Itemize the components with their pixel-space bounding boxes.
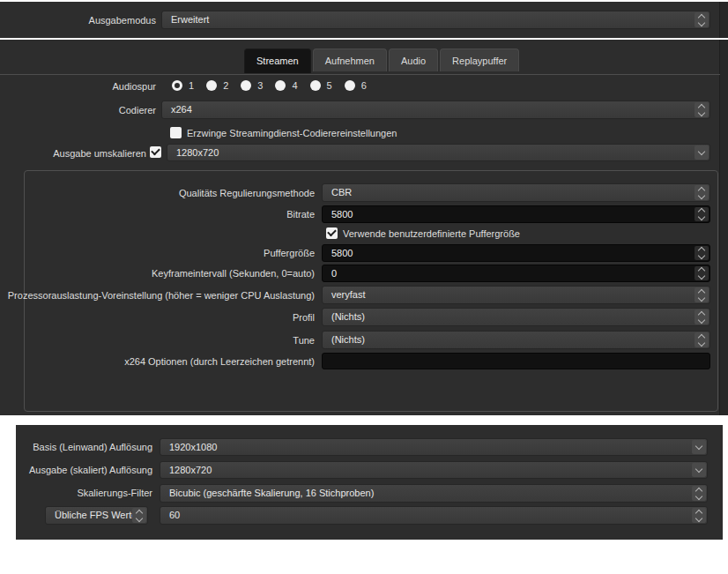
tune-label: Tune: [0, 335, 315, 346]
audio-track-option-6[interactable]: 6: [345, 80, 367, 91]
spinner-arrows-icon[interactable]: [695, 287, 709, 302]
encoder-select[interactable]: x264: [161, 101, 710, 119]
fps-type-select[interactable]: Übliche FPS Werte: [45, 506, 148, 525]
tab-aufnehmen[interactable]: Aufnehmen: [313, 48, 387, 71]
base-resolution-label: Basis (Leinwand) Auflösung: [0, 442, 152, 452]
encoder-label: Codierer: [0, 105, 156, 116]
custom-buffer-checkbox[interactable]: [326, 227, 338, 239]
cpu-preset-value: veryfast: [331, 289, 366, 300]
encoder-value: x264: [171, 104, 192, 115]
cpu-preset-label: Prozessorauslastung-Voreinstellung (höhe…: [0, 290, 315, 301]
x264-options-label: x264 Optionen (durch Leerzeichen getrenn…: [0, 356, 315, 367]
profile-label: Profil: [0, 312, 315, 323]
base-resolution-select[interactable]: 1920x1080: [160, 438, 708, 456]
rescale-output-label: Ausgabe umskalieren: [0, 148, 146, 159]
tab-audio[interactable]: Audio: [389, 48, 438, 71]
audio-track-radio-group: 1 2 3 4 5 6: [172, 80, 372, 91]
radio-icon[interactable]: [345, 80, 355, 91]
base-resolution-value: 1920x1080: [169, 442, 217, 452]
audio-track-option-4[interactable]: 4: [275, 80, 297, 91]
output-resolution-value: 1280x720: [169, 465, 212, 475]
chevron-down-icon[interactable]: [692, 463, 706, 477]
rate-control-value: CBR: [331, 187, 352, 198]
output-resolution-label: Ausgabe (skaliert) Auflösung: [0, 465, 152, 475]
scale-filter-select[interactable]: Bicubic (geschärfte Skalierung, 16 Stich…: [160, 484, 708, 503]
spinner-arrows-icon[interactable]: [692, 486, 706, 501]
profile-select[interactable]: (Nichts): [322, 308, 710, 326]
cpu-preset-select[interactable]: veryfast: [322, 286, 710, 304]
audio-track-option-5[interactable]: 5: [310, 80, 332, 91]
output-mode-select[interactable]: Erweitert: [161, 11, 710, 29]
tab-streamen[interactable]: Streamen: [244, 48, 311, 73]
settings-screen: Ausgabemodus Erweitert Streamen Aufnehme…: [0, 0, 728, 574]
output-mode-value: Erweitert: [171, 14, 209, 25]
fps-value-select[interactable]: 60: [160, 506, 708, 525]
fps-type-label: Übliche FPS Werte: [55, 510, 137, 520]
custom-buffer-label: Verwende benutzerdefinierte Puffergröße: [343, 228, 520, 239]
rate-control-select[interactable]: CBR: [322, 183, 710, 202]
rescale-resolution-value: 1280x720: [176, 147, 219, 158]
fps-value: 60: [169, 510, 180, 520]
rescale-resolution-select[interactable]: 1280x720: [167, 144, 710, 161]
audio-track-option-2[interactable]: 2: [206, 80, 228, 91]
radio-icon[interactable]: [310, 80, 321, 91]
tab-replaypuffer[interactable]: Replaypuffer: [440, 48, 519, 71]
chevron-down-icon[interactable]: [695, 145, 709, 160]
audio-track-option-3[interactable]: 3: [241, 80, 263, 91]
enforce-service-label: Erzwinge Streamingdienst-Codierereinstel…: [187, 128, 397, 138]
spinner-arrows-icon[interactable]: [695, 207, 709, 221]
spinner-arrows-icon[interactable]: [695, 266, 709, 280]
profile-value: (Nichts): [331, 311, 365, 322]
enforce-service-checkbox[interactable]: [170, 127, 182, 138]
audio-track-option-1[interactable]: 1: [172, 80, 194, 91]
rescale-output-checkbox[interactable]: [150, 146, 161, 158]
bitrate-label: Bitrate: [0, 209, 315, 220]
x264-options-input[interactable]: [322, 353, 710, 369]
radio-checked-icon[interactable]: [172, 80, 182, 91]
spinner-arrows-icon[interactable]: [695, 246, 709, 260]
spinner-arrows-icon[interactable]: [695, 102, 709, 117]
bitrate-input[interactable]: 5800: [322, 205, 710, 223]
audio-track-label: Audiospur: [0, 81, 156, 92]
spinner-arrows-icon[interactable]: [692, 508, 706, 523]
radio-icon[interactable]: [241, 80, 251, 91]
output-tabs: Streamen Aufnehmen Audio Replaypuffer: [244, 48, 519, 73]
scrollbar-track[interactable]: [719, 2, 728, 38]
spinner-arrows-icon[interactable]: [695, 332, 709, 347]
spinner-arrows-icon[interactable]: [695, 185, 709, 200]
buffer-size-label: Puffergröße: [0, 248, 315, 258]
scale-filter-label: Skalierungs-Filter: [0, 488, 152, 498]
chevron-down-icon[interactable]: [692, 440, 706, 454]
buffer-size-input[interactable]: 5800: [322, 244, 710, 262]
radio-icon[interactable]: [275, 80, 286, 91]
tab-pane-border: [0, 74, 720, 75]
keyframe-interval-value: 0: [331, 268, 337, 279]
rate-control-label: Qualitäts Regulierungsmethode: [0, 188, 315, 198]
scale-filter-value: Bicubic (geschärfte Skalierung, 16 Stich…: [169, 488, 374, 498]
buffer-size-value: 5800: [331, 248, 353, 258]
spinner-arrows-icon[interactable]: [695, 309, 709, 324]
spinner-arrows-icon[interactable]: [132, 508, 146, 523]
keyframe-interval-input[interactable]: 0: [322, 265, 710, 282]
tune-value: (Nichts): [331, 334, 365, 345]
bitrate-value: 5800: [331, 209, 353, 220]
tune-select[interactable]: (Nichts): [322, 331, 710, 349]
output-mode-label: Ausgabemodus: [0, 15, 156, 26]
radio-icon[interactable]: [206, 80, 217, 91]
output-resolution-select[interactable]: 1280x720: [160, 461, 708, 479]
keyframe-interval-label: Keyframeintervall (Sekunden, 0=auto): [0, 268, 315, 279]
spinner-arrows-icon[interactable]: [695, 12, 709, 27]
scrollbar-track[interactable]: [719, 40, 728, 415]
